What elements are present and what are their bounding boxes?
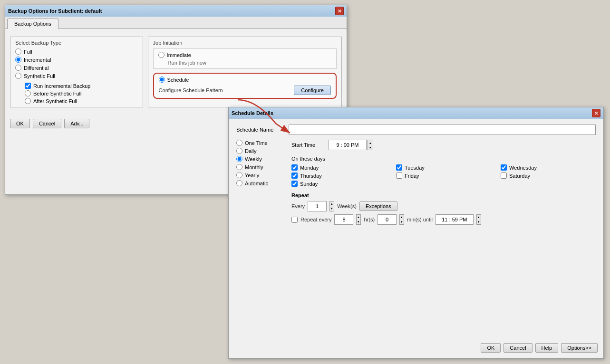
- every-spinner-down[interactable]: ▾: [330, 206, 334, 211]
- min-spinner[interactable]: ▴ ▾: [399, 214, 404, 225]
- until-time-input[interactable]: [436, 214, 474, 225]
- synthetic-full-sub-options: Run Incremental Backup Before Synthetic …: [25, 83, 138, 104]
- freq-yearly[interactable]: Yearly: [236, 172, 284, 178]
- radio-weekly[interactable]: [236, 156, 242, 162]
- freq-daily[interactable]: Daily: [236, 148, 284, 154]
- checkbox-friday[interactable]: [396, 172, 402, 179]
- before-synthetic-radio[interactable]: Before Synthetic Full: [25, 90, 138, 96]
- day-sunday[interactable]: Sunday: [291, 181, 387, 187]
- start-time-row: Start Time ▴ ▾: [291, 140, 596, 150]
- until-spinner-down[interactable]: ▾: [477, 220, 481, 224]
- start-time-input[interactable]: [329, 140, 367, 150]
- radio-yearly[interactable]: [236, 172, 242, 178]
- radio-incremental[interactable]: [15, 57, 21, 63]
- schedule-close-button[interactable]: ✕: [592, 109, 600, 117]
- radio-immediate[interactable]: [158, 52, 165, 58]
- every-spinner-up[interactable]: ▴: [330, 201, 334, 206]
- checkbox-repeat-every[interactable]: [291, 217, 298, 223]
- radio-before-synthetic[interactable]: [25, 90, 31, 96]
- schedule-cancel-button[interactable]: Cancel: [503, 343, 532, 353]
- hr-value-input[interactable]: [334, 214, 353, 225]
- every-label: Every: [291, 203, 305, 209]
- backup-close-button[interactable]: ✕: [335, 7, 344, 15]
- min-spinner-up[interactable]: ▴: [400, 215, 404, 220]
- spinner-up-icon[interactable]: ▴: [368, 140, 373, 145]
- freq-automatic[interactable]: Automatic: [236, 180, 284, 186]
- checkbox-monday[interactable]: [291, 164, 298, 171]
- every-value-input[interactable]: [308, 201, 327, 211]
- backup-type-radio-group: Full Incremental Differential Synthetic …: [15, 48, 138, 104]
- day-wednesday[interactable]: Wednesday: [501, 164, 596, 171]
- checkbox-sunday[interactable]: [291, 181, 298, 187]
- backup-ok-button[interactable]: OK: [10, 119, 30, 128]
- run-incremental-checkbox[interactable]: Run Incremental Backup: [25, 83, 138, 89]
- hr-spinner[interactable]: ▴ ▾: [356, 214, 361, 225]
- schedule-help-button[interactable]: Help: [535, 343, 559, 353]
- day-monday[interactable]: Monday: [291, 164, 387, 171]
- job-initiation-label: Job Initiation: [153, 40, 337, 46]
- hr-spinner-up[interactable]: ▴: [357, 215, 360, 220]
- schedule-name-input[interactable]: [289, 125, 596, 135]
- checkbox-wednesday[interactable]: [501, 164, 507, 171]
- min-label: min(s) until: [407, 217, 433, 222]
- freq-one-time[interactable]: One Time: [236, 140, 284, 146]
- backup-type-full[interactable]: Full: [15, 48, 138, 55]
- freq-monthly[interactable]: Monthly: [236, 164, 284, 170]
- exceptions-button[interactable]: Exceptions: [359, 201, 397, 211]
- repeat-label: Repeat: [291, 192, 596, 198]
- radio-automatic[interactable]: [236, 180, 242, 186]
- schedule-ok-button[interactable]: OK: [481, 343, 501, 353]
- schedule-title-bar: Schedule Details ✕: [229, 107, 603, 119]
- days-grid: Monday Tuesday Wednesday Thursday: [291, 164, 596, 187]
- day-thursday[interactable]: Thursday: [291, 172, 387, 179]
- spinner-down-icon[interactable]: ▾: [368, 145, 373, 150]
- freq-weekly[interactable]: Weekly: [236, 156, 284, 162]
- start-time-spinner[interactable]: ▴ ▾: [368, 140, 373, 150]
- checkbox-tuesday[interactable]: [396, 164, 402, 171]
- on-these-days-label: On these days: [291, 156, 596, 162]
- checkbox-thursday[interactable]: [291, 172, 298, 179]
- checkbox-run-incremental[interactable]: [25, 83, 31, 89]
- day-tuesday[interactable]: Tuesday: [396, 164, 491, 171]
- checkbox-saturday[interactable]: [501, 172, 507, 179]
- until-spinner[interactable]: ▴ ▾: [476, 214, 481, 225]
- every-spinner[interactable]: ▴ ▾: [329, 201, 334, 211]
- backup-type-synthetic-full[interactable]: Synthetic Full: [15, 73, 138, 79]
- radio-schedule[interactable]: [159, 77, 165, 83]
- backup-type-differential[interactable]: Differential: [15, 65, 138, 71]
- radio-synthetic-full[interactable]: [15, 73, 21, 79]
- configure-button[interactable]: Configure: [294, 86, 331, 95]
- day-friday[interactable]: Friday: [396, 172, 491, 179]
- hr-spinner-down[interactable]: ▾: [357, 220, 360, 224]
- radio-full[interactable]: [15, 48, 21, 55]
- min-spinner-down[interactable]: ▾: [400, 220, 404, 224]
- repeat-every-label: Repeat every: [300, 217, 331, 222]
- backup-cancel-button[interactable]: Cancel: [33, 119, 61, 128]
- backup-type-label: Select Backup Type: [15, 40, 138, 46]
- backup-title-bar: Backup Options for Subclient: default ✕: [5, 5, 347, 17]
- backup-window-title: Backup Options for Subclient: default: [8, 8, 102, 14]
- radio-one-time[interactable]: [236, 140, 242, 146]
- repeat-every-hr-row: Repeat every ▴ ▾ hr(s) ▴ ▾ min(s) until: [291, 214, 596, 225]
- min-value-input[interactable]: [378, 214, 397, 225]
- hr-label: hr(s): [364, 217, 375, 222]
- schedule-bottom-buttons: OK Cancel Help Options>>: [481, 343, 598, 353]
- radio-monthly[interactable]: [236, 164, 242, 170]
- after-synthetic-radio[interactable]: After Synthetic Full: [25, 98, 138, 104]
- radio-differential[interactable]: [15, 65, 21, 71]
- radio-daily[interactable]: [236, 148, 242, 154]
- until-spinner-up[interactable]: ▴: [477, 215, 481, 220]
- tab-backup-options[interactable]: Backup Options: [7, 19, 58, 29]
- backup-advanced-button[interactable]: Adv...: [64, 119, 89, 128]
- day-saturday[interactable]: Saturday: [501, 172, 596, 179]
- schedule-options-button[interactable]: Options>>: [561, 343, 598, 353]
- radio-after-synthetic[interactable]: [25, 98, 31, 104]
- backup-type-incremental[interactable]: Incremental: [15, 57, 138, 63]
- immediate-radio[interactable]: Immediate: [158, 52, 331, 58]
- backup-content: Select Backup Type Full Incremental Diff…: [5, 29, 347, 115]
- schedule-radio[interactable]: Schedule: [159, 77, 331, 83]
- select-backup-type-section: Select Backup Type Full Incremental Diff…: [10, 37, 143, 107]
- frequency-options: One Time Daily Weekly Monthly Yearly: [236, 140, 284, 228]
- schedule-box: Schedule Configure Schedule Pattern Conf…: [153, 73, 337, 99]
- schedule-name-label: Schedule Name: [236, 127, 284, 133]
